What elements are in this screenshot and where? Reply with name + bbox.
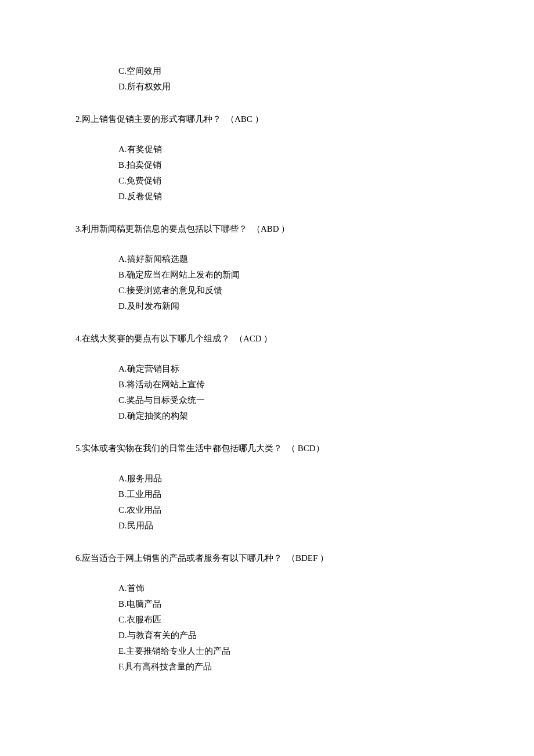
q6-options: A.首饰 B.电脑产品 C.衣服布匹 D.与教育有关的产品 E.主要推销给专业人…: [75, 581, 459, 674]
question-text: 6.应当适合于网上销售的产品或者服务有以下哪几种？: [75, 553, 282, 563]
q1-partial-options: C.空间效用 D.所有权效用: [75, 64, 459, 93]
option-b: B.电脑产品: [118, 597, 459, 611]
option-c: C.免费促销: [118, 174, 459, 188]
option-a: A.服务用品: [118, 471, 459, 485]
option-b: B.将活动在网站上宣传: [118, 377, 459, 391]
option-d: D.确定抽奖的构架: [118, 409, 459, 423]
option-b: B.工业用品: [118, 487, 459, 501]
option-c: C.奖品与目标受众统一: [118, 393, 459, 407]
option-a: A.确定营销目标: [118, 362, 459, 376]
answer: （ BCD）: [287, 444, 324, 453]
q3-options: A.搞好新闻稿选题 B.确定应当在网站上发布的新闻 C.接受浏览者的意见和反馈 …: [75, 252, 459, 313]
question-3: 3.利用新闻稿更新信息的要点包括以下哪些？ （ABD ）: [75, 222, 459, 236]
question-6: 6.应当适合于网上销售的产品或者服务有以下哪几种？ （BDEF ）: [75, 551, 459, 565]
question-text: 3.利用新闻稿更新信息的要点包括以下哪些？: [75, 224, 247, 233]
option-d: D.及时发布新闻: [118, 299, 459, 313]
option-a: A.搞好新闻稿选题: [118, 252, 459, 266]
answer: （ABC ）: [226, 114, 264, 124]
question-5: 5.实体或者实物在我们的日常生活中都包括哪几大类？ （ BCD）: [75, 441, 459, 455]
option-d: D.与教育有关的产品: [118, 628, 459, 642]
option-c: C.农业用品: [118, 503, 459, 517]
question-text: 5.实体或者实物在我们的日常生活中都包括哪几大类？: [75, 444, 282, 453]
option-b: B.确定应当在网站上发布的新闻: [118, 268, 459, 282]
q2-options: A.有奖促销 B.拍卖促销 C.免费促销 D.反卷促销: [75, 142, 459, 203]
answer: （BDEF ）: [287, 553, 329, 563]
answer: （ACD ）: [234, 334, 272, 343]
option-b: B.拍卖促销: [118, 158, 459, 172]
option-c: C.衣服布匹: [118, 613, 459, 627]
question-text: 2.网上销售促销主要的形式有哪几种？: [75, 114, 221, 124]
option-d: D.民用品: [118, 519, 459, 532]
question-4: 4.在线大奖赛的要点有以下哪几个组成？ （ACD ）: [75, 332, 459, 345]
option-e: E.主要推销给专业人士的产品: [118, 644, 459, 658]
q4-options: A.确定营销目标 B.将活动在网站上宣传 C.奖品与目标受众统一 D.确定抽奖的…: [75, 362, 459, 423]
option-c: C.接受浏览者的意见和反馈: [118, 283, 459, 297]
option-d: D.所有权效用: [118, 80, 459, 93]
option-d: D.反卷促销: [118, 189, 459, 203]
question-text: 4.在线大奖赛的要点有以下哪几个组成？: [75, 334, 230, 343]
option-f: F.具有高科技含量的产品: [118, 660, 459, 674]
option-a: A.首饰: [118, 581, 459, 595]
option-c: C.空间效用: [118, 64, 459, 78]
answer: （ABD ）: [252, 224, 290, 233]
q5-options: A.服务用品 B.工业用品 C.农业用品 D.民用品: [75, 471, 459, 532]
option-a: A.有奖促销: [118, 142, 459, 156]
question-2: 2.网上销售促销主要的形式有哪几种？ （ABC ）: [75, 112, 459, 126]
